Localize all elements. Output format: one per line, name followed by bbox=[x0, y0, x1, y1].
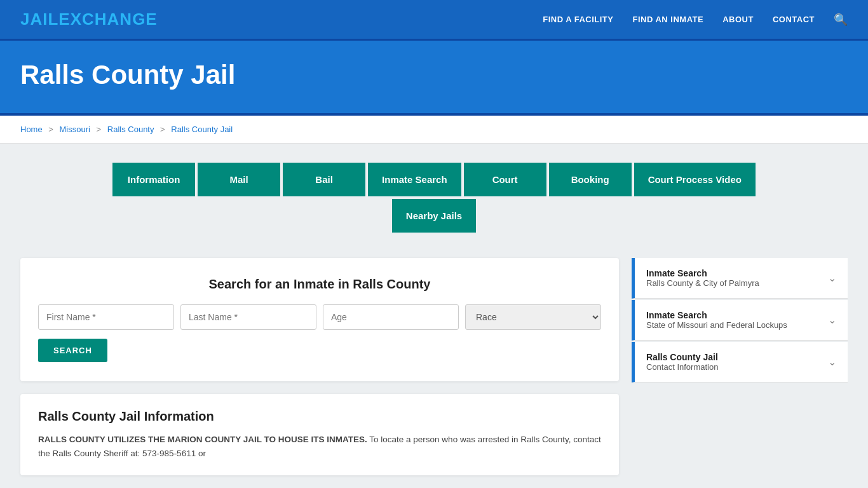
breadcrumb-home[interactable]: Home bbox=[20, 125, 43, 134]
tab-mail[interactable]: Mail bbox=[198, 163, 280, 196]
sidebar-state-inmate-search[interactable]: Inmate Search State of Missouri and Fede… bbox=[632, 300, 848, 341]
breadcrumb-sep-1: > bbox=[48, 125, 53, 134]
sidebar-card-sublabel-2: State of Missouri and Federal Lockups bbox=[646, 320, 787, 330]
tabs-section: Information Mail Bail Inmate Search Cour… bbox=[0, 144, 868, 245]
chevron-down-icon-1: ⌄ bbox=[828, 272, 836, 284]
nav-contact[interactable]: CONTACT bbox=[773, 15, 815, 24]
search-icon[interactable]: 🔍 bbox=[834, 13, 848, 27]
info-bold: RALLS COUNTY UTILIZES THE MARION COUNTY … bbox=[38, 435, 367, 444]
nav-about[interactable]: ABOUT bbox=[722, 15, 754, 24]
breadcrumb-missouri[interactable]: Missouri bbox=[60, 125, 90, 134]
tabs-row-2: Nearby Jails bbox=[20, 199, 848, 233]
logo-jail: JAIL bbox=[20, 10, 58, 29]
sidebar-card-sublabel-1: Ralls County & City of Palmyra bbox=[646, 278, 759, 288]
age-input[interactable] bbox=[323, 304, 459, 330]
search-button[interactable]: SEARCH bbox=[38, 339, 107, 362]
sidebar-card-label-3: Ralls County Jail bbox=[646, 352, 718, 362]
breadcrumb-ralls-county-jail[interactable]: Ralls County Jail bbox=[171, 125, 233, 134]
sidebar-inmate-search[interactable]: Inmate Search Ralls County & City of Pal… bbox=[632, 258, 848, 299]
tab-nearby-jails[interactable]: Nearby Jails bbox=[392, 199, 476, 233]
page-title: Ralls County Jail bbox=[20, 60, 848, 90]
search-title: Search for an Inmate in Ralls County bbox=[38, 277, 601, 292]
chevron-down-icon-2: ⌄ bbox=[828, 314, 836, 326]
chevron-down-icon-3: ⌄ bbox=[828, 356, 836, 368]
sidebar-card-label-1: Inmate Search bbox=[646, 268, 759, 278]
last-name-input[interactable] bbox=[180, 304, 316, 330]
jail-info-box: Ralls County Jail Information RALLS COUN… bbox=[20, 394, 619, 475]
breadcrumb-sep-2: > bbox=[97, 125, 102, 134]
tabs-row-1: Information Mail Bail Inmate Search Cour… bbox=[20, 163, 848, 196]
left-column: Search for an Inmate in Ralls County Rac… bbox=[20, 258, 619, 475]
tab-information[interactable]: Information bbox=[112, 163, 195, 196]
logo[interactable]: JAILEXCHANGE bbox=[20, 10, 158, 29]
race-select[interactable]: Race White Black Hispanic Asian Other bbox=[465, 304, 601, 330]
info-title: Ralls County Jail Information bbox=[38, 409, 601, 424]
sidebar-contact-info[interactable]: Ralls County Jail Contact Information ⌄ bbox=[632, 342, 848, 383]
tab-court[interactable]: Court bbox=[464, 163, 546, 196]
tab-bail[interactable]: Bail bbox=[283, 163, 365, 196]
sidebar-card-sublabel-3: Contact Information bbox=[646, 362, 718, 372]
nav-find-inmate[interactable]: FIND AN INMATE bbox=[632, 15, 703, 24]
inmate-search-box: Search for an Inmate in Ralls County Rac… bbox=[20, 258, 619, 381]
info-body: RALLS COUNTY UTILIZES THE MARION COUNTY … bbox=[38, 433, 601, 460]
search-fields: Race White Black Hispanic Asian Other bbox=[38, 304, 601, 330]
breadcrumb-sep-3: > bbox=[160, 125, 165, 134]
tab-inmate-search[interactable]: Inmate Search bbox=[368, 163, 461, 196]
hero-banner: Ralls County Jail bbox=[0, 41, 868, 113]
breadcrumb-ralls-county[interactable]: Ralls County bbox=[107, 125, 154, 134]
nav-find-facility[interactable]: FIND A FACILITY bbox=[543, 15, 613, 24]
tab-booking[interactable]: Booking bbox=[549, 163, 632, 196]
breadcrumb: Home > Missouri > Ralls County > Ralls C… bbox=[0, 116, 868, 144]
tab-court-process-video[interactable]: Court Process Video bbox=[634, 163, 756, 196]
header: JAILEXCHANGE FIND A FACILITY FIND AN INM… bbox=[0, 0, 868, 41]
right-column: Inmate Search Ralls County & City of Pal… bbox=[632, 258, 848, 383]
sidebar-card-label-2: Inmate Search bbox=[646, 310, 787, 320]
main-nav: FIND A FACILITY FIND AN INMATE ABOUT CON… bbox=[543, 13, 848, 27]
logo-exchange: EXCHANGE bbox=[58, 10, 157, 29]
first-name-input[interactable] bbox=[38, 304, 174, 330]
main-content: Search for an Inmate in Ralls County Rac… bbox=[0, 245, 868, 488]
